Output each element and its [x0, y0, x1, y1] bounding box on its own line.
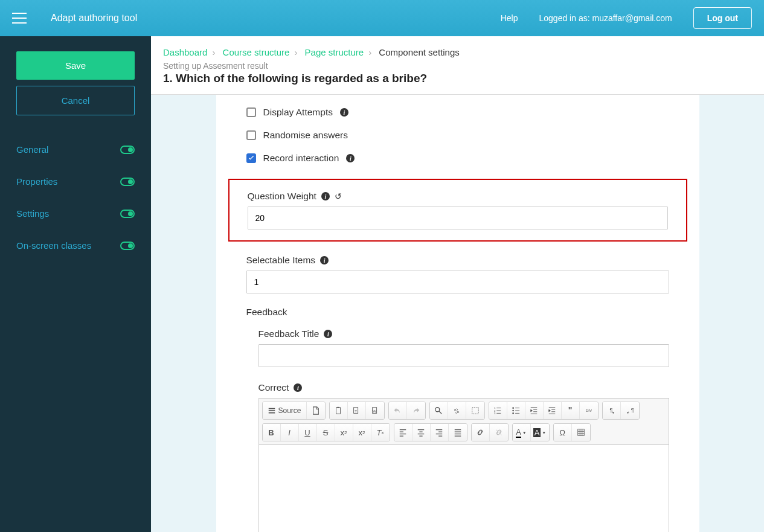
svg-text:¶: ¶ — [609, 407, 612, 413]
rte-rtl-button[interactable]: ¶ — [621, 402, 639, 419]
correct-label: Correct — [258, 382, 289, 393]
sidebar-item-label: Properties — [16, 176, 57, 187]
sidebar-item-settings[interactable]: Settings — [16, 197, 135, 229]
rte-align-right-button[interactable] — [431, 424, 449, 441]
svg-text:3: 3 — [494, 412, 496, 415]
info-icon[interactable]: i — [294, 383, 302, 392]
svg-text:b: b — [457, 409, 460, 414]
rte-italic-button[interactable]: I — [281, 424, 299, 441]
record-interaction-label: Record interaction — [263, 153, 339, 164]
svg-point-14 — [512, 410, 514, 412]
form-panel: Display Attempts i Randomise answers Rec… — [216, 95, 699, 532]
svg-rect-0 — [336, 408, 341, 414]
rte-outdent-button[interactable] — [525, 402, 544, 419]
randomise-answers-checkbox[interactable] — [246, 130, 256, 140]
rte-bold-button[interactable]: B — [263, 424, 281, 441]
reset-icon[interactable]: ↺ — [335, 191, 342, 201]
question-weight-input[interactable] — [248, 207, 668, 229]
randomise-answers-row: Randomise answers — [246, 124, 669, 147]
record-interaction-row: Record interaction i — [246, 147, 669, 170]
rte-div-button[interactable]: DIV — [580, 402, 598, 419]
sidebar: Save Cancel General Properties Settings … — [0, 36, 151, 532]
rte-justify-button[interactable] — [449, 424, 467, 441]
sidebar-item-properties[interactable]: Properties — [16, 165, 135, 197]
question-weight-label-row: Question Weight i ↺ — [248, 191, 668, 202]
rte-table-button[interactable] — [572, 424, 590, 441]
rte-numbered-list-button[interactable]: 123 — [489, 402, 507, 419]
svg-point-13 — [512, 407, 514, 409]
rte-bg-color-button[interactable]: A▼ — [531, 424, 549, 441]
selectable-items-label: Selectable Items — [246, 255, 316, 266]
display-attempts-checkbox[interactable] — [246, 107, 256, 117]
info-icon[interactable]: i — [321, 192, 330, 200]
breadcrumb-link[interactable]: Page structure — [305, 47, 364, 57]
record-interaction-checkbox[interactable] — [246, 153, 256, 163]
correct-editor: Source T W — [258, 398, 669, 532]
rte-redo-button[interactable] — [407, 402, 425, 419]
toggle-icon — [120, 210, 135, 218]
info-icon[interactable]: i — [346, 154, 355, 162]
rte-strike-button[interactable]: S — [317, 424, 335, 441]
rte-find-button[interactable] — [430, 402, 448, 419]
svg-text:T: T — [355, 409, 357, 413]
svg-text:": " — [568, 406, 573, 415]
rte-link-button[interactable] — [472, 424, 490, 441]
rte-undo-button[interactable] — [389, 402, 407, 419]
info-icon[interactable]: i — [340, 108, 348, 117]
sidebar-item-label: General — [16, 144, 48, 155]
help-link[interactable]: Help — [501, 13, 518, 23]
rte-ltr-button[interactable]: ¶ — [603, 402, 621, 419]
breadcrumb-current: Component settings — [379, 47, 459, 57]
rte-selectall-button[interactable] — [466, 402, 484, 419]
sidebar-item-on-screen-classes[interactable]: On-screen classes — [16, 229, 135, 261]
selectable-items-section: Selectable Items i — [246, 255, 669, 293]
rte-underline-button[interactable]: U — [299, 424, 317, 441]
display-attempts-row: Display Attempts i — [246, 101, 669, 124]
app-title: Adapt authoring tool — [51, 13, 137, 24]
info-icon[interactable]: i — [324, 330, 332, 338]
logout-button[interactable]: Log out — [693, 7, 752, 29]
rte-paste-button[interactable] — [330, 402, 348, 419]
logged-in-label: Logged in as: muzaffar@gmail.com — [539, 13, 672, 23]
feedback-title-input[interactable] — [258, 344, 669, 367]
rte-special-char-button[interactable]: Ω — [554, 424, 572, 441]
rte-superscript-button[interactable]: x2 — [353, 424, 371, 441]
selectable-items-input[interactable] — [246, 271, 669, 293]
feedback-section: Feedback Feedback Title i Correct i — [246, 307, 669, 532]
svg-point-15 — [512, 412, 514, 414]
save-button[interactable]: Save — [16, 51, 135, 80]
sidebar-item-general[interactable]: General — [16, 133, 135, 165]
rte-body[interactable] — [259, 445, 669, 532]
toggle-icon — [120, 242, 135, 250]
rte-subscript-button[interactable]: x2 — [335, 424, 353, 441]
rte-align-left-button[interactable] — [394, 424, 412, 441]
breadcrumb: Dashboard› Course structure› Page struct… — [163, 47, 752, 57]
rte-indent-button[interactable] — [544, 402, 562, 419]
cancel-button[interactable]: Cancel — [16, 86, 135, 115]
breadcrumb-link[interactable]: Dashboard — [163, 47, 207, 57]
hamburger-menu[interactable] — [12, 13, 27, 24]
subtitle: Setting up Assesment result — [163, 61, 752, 71]
rte-replace-button[interactable]: ab — [448, 402, 466, 419]
rte-align-center-button[interactable] — [412, 424, 431, 441]
rte-remove-format-button[interactable]: Tx — [371, 424, 390, 441]
randomise-answers-label: Randomise answers — [263, 130, 348, 141]
rte-toolbar: Source T W — [259, 399, 669, 445]
toggle-icon — [120, 178, 135, 186]
rte-text-color-button[interactable]: A▼ — [513, 424, 531, 441]
page-header: Dashboard› Course structure› Page struct… — [151, 36, 764, 95]
rte-paste-text-button[interactable]: T — [348, 402, 366, 419]
rte-bulleted-list-button[interactable] — [507, 402, 525, 419]
rte-newpage-button[interactable] — [307, 402, 325, 419]
rte-paste-word-button[interactable]: W — [366, 402, 384, 419]
question-weight-highlight: Question Weight i ↺ — [228, 179, 687, 242]
rte-source-button[interactable]: Source — [263, 402, 307, 419]
svg-text:W: W — [373, 409, 376, 413]
breadcrumb-link[interactable]: Course structure — [223, 47, 290, 57]
main-content: Dashboard› Course structure› Page struct… — [151, 36, 764, 532]
rte-blockquote-button[interactable]: " — [562, 402, 580, 419]
svg-point-6 — [435, 408, 440, 412]
info-icon[interactable]: i — [320, 256, 329, 264]
page-title: 1. Which of the following is regarded as… — [163, 72, 752, 85]
rte-unlink-button[interactable] — [490, 424, 508, 441]
